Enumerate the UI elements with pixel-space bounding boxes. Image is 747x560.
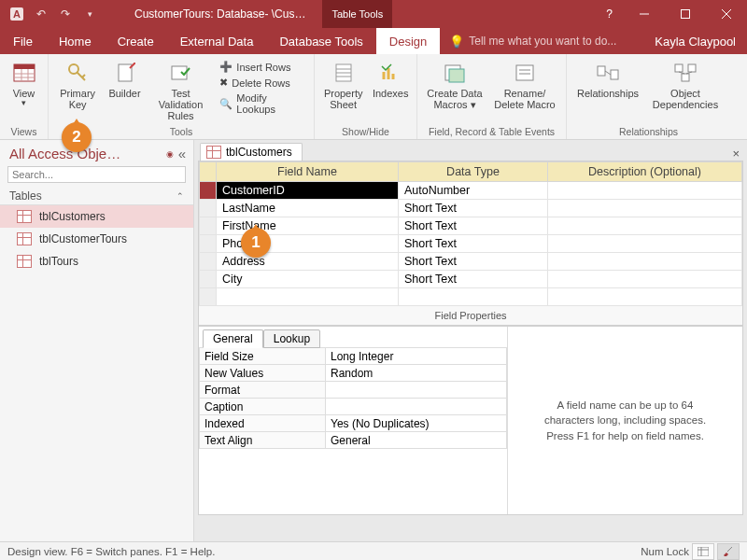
test-validation-button[interactable]: Test Validation Rules	[148, 58, 214, 123]
data-type-cell[interactable]: Short Text	[399, 200, 548, 217]
nav-item-tblcustomertours[interactable]: tblCustomerTours	[0, 228, 193, 250]
select-all-cell[interactable]	[200, 162, 217, 182]
svg-rect-27	[598, 66, 605, 76]
svg-rect-31	[688, 64, 696, 72]
data-type-cell[interactable]: Short Text	[399, 253, 548, 271]
close-button[interactable]	[706, 0, 747, 28]
redo-icon[interactable]: ↷	[58, 7, 73, 21]
description-cell[interactable]	[548, 271, 742, 288]
tell-me-search[interactable]: 💡 Tell me what you want to do...	[440, 35, 616, 49]
table-row[interactable]: PhoneShort Text	[200, 235, 742, 253]
relationships-button[interactable]: Relationships	[572, 58, 643, 101]
tab-database-tools[interactable]: Database Tools	[266, 28, 375, 54]
signed-in-user[interactable]: Kayla Claypool	[643, 35, 747, 49]
nav-item-tbltours[interactable]: tblTours	[0, 250, 193, 273]
nav-dropdown-icon[interactable]: ◉	[166, 149, 174, 159]
table-row[interactable]	[200, 288, 742, 306]
tab-external-data[interactable]: External Data	[167, 28, 267, 54]
modify-lookups-button[interactable]: 🔍Modify Lookups	[217, 91, 308, 116]
col-description[interactable]: Description (Optional)	[548, 162, 742, 182]
field-name-cell[interactable]: City	[217, 271, 399, 288]
undo-icon[interactable]: ↶	[34, 7, 49, 21]
builder-button[interactable]: Builder	[105, 58, 145, 101]
prop-row[interactable]: New ValuesRandom	[200, 365, 507, 382]
field-name-cell[interactable]	[217, 288, 399, 306]
row-selector[interactable]	[200, 288, 217, 306]
insert-rows-button[interactable]: ➕Insert Rows	[217, 60, 308, 74]
prop-row[interactable]: Format	[200, 382, 507, 399]
row-selector[interactable]	[200, 271, 217, 288]
tab-design[interactable]: Design	[376, 28, 440, 54]
object-dependencies-button[interactable]: Object Dependencies	[647, 58, 724, 112]
nav-title[interactable]: All Access Obje…	[9, 146, 120, 161]
prop-row[interactable]: Text AlignGeneral	[200, 432, 507, 449]
tab-file[interactable]: File	[0, 28, 46, 54]
field-name-cell[interactable]: CustomerID	[217, 182, 399, 200]
field-name-cell[interactable]: LastName	[217, 200, 399, 217]
prop-row[interactable]: Caption	[200, 399, 507, 415]
prop-row[interactable]: Field SizeLong Integer	[200, 348, 507, 365]
group-label-events: Field, Record & Table Events	[417, 126, 566, 139]
view-datasheet-button[interactable]	[692, 543, 714, 560]
field-name-cell[interactable]: FirstName	[217, 217, 399, 235]
col-data-type[interactable]: Data Type	[399, 162, 548, 182]
delete-rows-button[interactable]: ✖Delete Rows	[217, 76, 308, 90]
rename-delete-macro-button[interactable]: Rename/ Delete Macro	[490, 58, 559, 112]
field-name-cell[interactable]: Address	[217, 253, 399, 271]
prop-row[interactable]: IndexedYes (No Duplicates)	[200, 415, 507, 432]
table-icon	[17, 255, 32, 268]
document-close-button[interactable]: ×	[725, 147, 747, 161]
indexes-button[interactable]: Indexes	[370, 58, 411, 101]
row-selector[interactable]	[200, 235, 217, 253]
svg-rect-28	[611, 70, 618, 79]
props-tab-lookup[interactable]: Lookup	[263, 329, 320, 348]
view-button[interactable]: View ▾	[6, 58, 42, 110]
nav-item-tblcustomers[interactable]: tblCustomers	[0, 205, 193, 228]
qat-dropdown-icon[interactable]: ▾	[82, 7, 97, 21]
table-row[interactable]: FirstNameShort Text	[200, 217, 742, 235]
nav-search-input[interactable]	[7, 166, 186, 183]
data-type-cell[interactable]: Short Text	[399, 271, 548, 288]
row-selector[interactable]	[200, 200, 217, 217]
data-type-cell[interactable]: Short Text	[399, 217, 548, 235]
description-cell[interactable]	[548, 182, 742, 200]
minimize-button[interactable]	[624, 0, 665, 28]
table-row[interactable]: CustomerIDAutoNumber	[200, 182, 742, 200]
property-sheet-icon	[331, 60, 357, 86]
field-properties-help-text: A field name can be up to 64 characters …	[531, 398, 719, 442]
view-design-button[interactable]	[717, 543, 740, 560]
nav-section-tables[interactable]: Tables	[9, 189, 42, 203]
tab-home[interactable]: Home	[46, 28, 105, 54]
description-cell[interactable]	[548, 217, 742, 235]
primary-key-button[interactable]: Primary Key	[54, 58, 101, 112]
create-data-macros-button[interactable]: Create Data Macros ▾	[423, 58, 486, 112]
tab-create[interactable]: Create	[105, 28, 167, 54]
row-selector[interactable]	[200, 253, 217, 271]
props-tab-general[interactable]: General	[203, 329, 263, 348]
property-sheet-button[interactable]: Property Sheet	[320, 58, 366, 112]
row-selector[interactable]	[200, 217, 217, 235]
description-cell[interactable]	[548, 288, 742, 306]
section-collapse-icon[interactable]: ⌃	[176, 191, 184, 201]
nav-collapse-icon[interactable]: «	[178, 146, 186, 161]
svg-rect-35	[698, 547, 709, 556]
group-label-relationships: Relationships	[567, 126, 730, 139]
data-type-cell[interactable]	[399, 288, 548, 306]
svg-rect-23	[449, 69, 464, 82]
field-properties-pane: General Lookup Field SizeLong Integer Ne…	[198, 326, 743, 515]
document-tab-tblcustomers[interactable]: tblCustomers	[200, 143, 303, 161]
data-type-cell[interactable]: Short Text	[399, 235, 548, 253]
description-cell[interactable]	[548, 235, 742, 253]
description-cell[interactable]	[548, 253, 742, 271]
delete-rows-icon: ✖	[219, 77, 228, 89]
field-properties-header: Field Properties	[199, 306, 742, 325]
help-button[interactable]: ?	[595, 7, 624, 21]
description-cell[interactable]	[548, 200, 742, 217]
maximize-button[interactable]	[665, 0, 706, 28]
table-row[interactable]: CityShort Text	[200, 271, 742, 288]
table-row[interactable]: AddressShort Text	[200, 253, 742, 271]
col-field-name[interactable]: Field Name	[217, 162, 399, 182]
row-selector[interactable]	[200, 182, 217, 200]
table-row[interactable]: LastNameShort Text	[200, 200, 742, 217]
data-type-cell[interactable]: AutoNumber	[399, 182, 548, 200]
